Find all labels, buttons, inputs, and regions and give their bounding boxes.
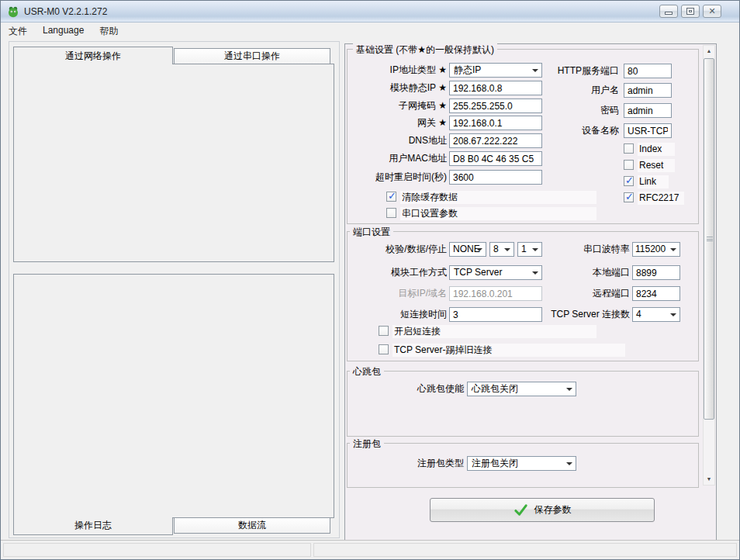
port-settings-title: 端口设置 (350, 226, 393, 239)
subnet-label: 子网掩码 ★ (339, 99, 447, 113)
menubar: 文件 Language 帮助 (1, 22, 739, 38)
register-type-select[interactable]: 注册包关闭 (467, 456, 576, 471)
chevron-down-icon (566, 462, 572, 465)
heartbeat-title: 心跳包 (350, 365, 384, 379)
local-port-input[interactable] (632, 265, 680, 280)
data-bits-value: 8 (493, 244, 499, 254)
network-tab-pane (13, 64, 334, 262)
minimize-button[interactable] (659, 5, 678, 18)
remote-port-label: 远程端口 (513, 286, 630, 301)
clear-cache-checkbox[interactable] (386, 192, 396, 202)
static-ip-label: 模块静态IP ★ (339, 81, 447, 95)
short-conn-time-label: 短连接时间 (339, 307, 447, 322)
app-icon[interactable] (7, 5, 19, 18)
baud-rate-label: 串口波特率 (513, 242, 630, 257)
work-mode-value: TCP Server (454, 267, 502, 278)
parity-data-stop-label: 校验/数据/停止 (339, 242, 447, 257)
scrollbar-thumb[interactable] (704, 58, 714, 420)
menu-file[interactable]: 文件 (1, 22, 35, 38)
heartbeat-enable-value: 心跳包关闭 (472, 383, 518, 394)
baud-rate-select[interactable]: 115200 (632, 242, 680, 257)
close-button[interactable]: ✕ (703, 5, 721, 18)
max-connections-select[interactable]: 4 (632, 307, 680, 322)
register-type-value: 注册包关闭 (472, 458, 518, 468)
reset-checkbox[interactable] (624, 160, 634, 170)
rfc2217-label: RFC2217 (638, 192, 684, 205)
short-conn-checkbox[interactable] (379, 326, 389, 336)
close-icon: ✕ (708, 7, 715, 16)
reset-label: Reset (638, 159, 675, 172)
kick-old-label: TCP Server-踢掉旧连接 (392, 344, 625, 357)
serial-setup-label: 串口设置参数 (400, 207, 596, 220)
app-window: USR-M0 V2.2.1.272 ✕ 文件 Language 帮助 通过网络操… (0, 0, 740, 560)
menu-help[interactable]: 帮助 (92, 22, 126, 38)
password-input[interactable] (624, 103, 672, 118)
statusbar (1, 540, 739, 559)
ip-type-label: IP地址类型 ★ (339, 63, 447, 78)
scroll-up-icon[interactable]: ▲ (703, 45, 715, 57)
register-type-label: 注册包类型 (358, 456, 464, 471)
dns-label: DNS地址 (339, 133, 447, 148)
tab-operation-log[interactable]: 操作日志 (13, 517, 173, 535)
work-mode-label: 模块工作方式 (339, 265, 447, 280)
minimize-icon (665, 12, 673, 15)
serial-setup-checkbox[interactable] (386, 208, 396, 218)
tab-serial-operation[interactable]: 通过串口操作 (174, 48, 330, 64)
tab-data-stream[interactable]: 数据流 (174, 517, 330, 534)
short-conn-label: 开启短连接 (392, 325, 596, 338)
user-mac-input[interactable] (449, 151, 542, 166)
scrollbar-grip-icon (707, 237, 713, 241)
titlebar: USR-M0 V2.2.1.272 ✕ (1, 1, 739, 22)
save-button-label: 保存参数 (534, 503, 572, 517)
register-title: 注册包 (350, 437, 384, 451)
parity-select[interactable]: NONE (449, 242, 486, 257)
chevron-down-icon (670, 313, 676, 316)
check-icon (514, 503, 528, 517)
username-input[interactable] (624, 83, 672, 98)
http-port-input[interactable] (624, 64, 672, 78)
device-name-label: 设备名称 (497, 123, 619, 138)
window-title: USR-M0 V2.2.1.272 (24, 6, 107, 17)
user-mac-label: 用户MAC地址 (339, 151, 447, 166)
status-cell-left (3, 543, 311, 557)
status-cell-right (313, 543, 737, 557)
rfc2217-checkbox[interactable] (624, 192, 634, 202)
chevron-down-icon (504, 248, 510, 251)
index-label: Index (638, 143, 675, 156)
heartbeat-enable-select[interactable]: 心跳包关闭 (467, 382, 576, 396)
clear-cache-label: 清除缓存数据 (400, 191, 596, 204)
chevron-down-icon (476, 248, 482, 251)
target-ip-label: 目标IP/域名 (339, 286, 447, 301)
link-label: Link (638, 175, 669, 188)
http-port-label: HTTP服务端口 (497, 64, 619, 78)
index-checkbox[interactable] (624, 143, 634, 154)
save-params-button[interactable]: 保存参数 (430, 498, 655, 522)
ip-type-value: 静态IP (454, 64, 481, 75)
chevron-down-icon (670, 248, 676, 251)
remote-port-input[interactable] (632, 286, 680, 301)
tab-network-operation[interactable]: 通过网络操作 (13, 47, 173, 64)
baud-rate-value: 115200 (635, 244, 666, 254)
heartbeat-enable-label: 心跳包使能 (358, 382, 464, 396)
heartbeat-group (347, 371, 699, 437)
password-label: 密码 (497, 103, 619, 118)
device-name-input[interactable] (624, 123, 672, 138)
menu-language[interactable]: Language (35, 22, 92, 38)
kick-old-checkbox[interactable] (379, 344, 389, 354)
timeout-restart-label: 超时重启时间(秒) (339, 170, 447, 185)
local-port-label: 本地端口 (513, 265, 630, 280)
scroll-down-icon[interactable]: ▼ (703, 473, 715, 486)
timeout-restart-input[interactable] (449, 170, 542, 185)
link-checkbox[interactable] (624, 176, 634, 186)
username-label: 用户名 (497, 83, 619, 98)
data-bits-select[interactable]: 8 (489, 242, 514, 257)
max-connections-value: 4 (636, 309, 641, 320)
chevron-down-icon (566, 388, 572, 391)
gateway-label: 网关 ★ (339, 116, 447, 130)
maximize-button[interactable] (681, 5, 700, 18)
max-connections-label: TCP Server 连接数 (513, 307, 630, 322)
basic-settings-title: 基础设置 (不带★的一般保持默认) (353, 43, 497, 57)
maximize-icon (686, 8, 694, 15)
log-tab-pane (13, 274, 334, 518)
